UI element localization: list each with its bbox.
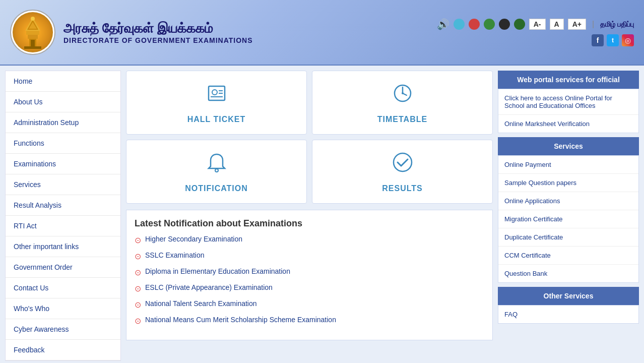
service-link[interactable]: Online Payment: [498, 156, 638, 174]
title-english: DIRECTORATE OF GOVERNMENT EXAMINATIONS: [63, 36, 253, 44]
notification-item: ⊙National Means Cum Merit Scholarship Sc…: [135, 316, 484, 326]
results-label: RESULTS: [382, 184, 422, 193]
color-btn-darkgreen[interactable]: [514, 19, 525, 30]
sidebar-item-contact-us[interactable]: Contact Us: [6, 278, 120, 298]
color-btn-green[interactable]: [484, 19, 495, 30]
sidebar-item-administration-setup[interactable]: Administration Setup: [6, 112, 120, 133]
notification-link[interactable]: National Means Cum Merit Scholarship Sch…: [145, 316, 336, 324]
notifications-title: Latest Notification about Examinations: [135, 218, 484, 229]
notification-item: ⊙SSLC Examination: [135, 251, 484, 261]
notification-label: NOTIFICATION: [185, 184, 248, 193]
instagram-icon[interactable]: ◎: [622, 34, 634, 46]
sidebar-item-cyber-awareness[interactable]: Cyber Awareness: [6, 319, 120, 340]
sidebar-item-whos-who[interactable]: Who's Who: [6, 298, 120, 319]
notification-item: ⊙Higher Secondary Examination: [135, 235, 484, 245]
svg-rect-6: [31, 40, 35, 47]
svg-rect-2: [26, 31, 39, 35]
notification-icon: [205, 150, 229, 179]
title-tamil: அரசுத் தேர்வுகள் இயக்ககம்: [63, 21, 253, 36]
font-small-button[interactable]: A-: [529, 19, 546, 30]
sidebar-item-services[interactable]: Services: [6, 174, 120, 195]
right-panel: Web portal services for official Click h…: [498, 71, 639, 361]
header-left: அரசுத் தேர்வுகள் இயக்ககம் DIRECTORATE OF…: [10, 10, 253, 55]
svg-rect-8: [24, 46, 41, 49]
card-timetable[interactable]: TIMETABLE: [312, 71, 493, 135]
notification-link[interactable]: National Talent Search Examination: [145, 299, 257, 308]
facebook-icon[interactable]: f: [592, 34, 604, 46]
service-link[interactable]: Migration Certificate: [498, 210, 638, 228]
sidebar-item-home[interactable]: Home: [6, 71, 120, 92]
font-large-button[interactable]: A+: [568, 19, 586, 30]
color-btn-black[interactable]: [499, 19, 510, 30]
notification-item: ⊙Diploma in Elementary Education Examina…: [135, 267, 484, 277]
sidebar: HomeAbout UsAdministration SetupFunction…: [5, 71, 121, 361]
sidebar-item-feedback[interactable]: Feedback: [6, 340, 120, 360]
svg-rect-11: [219, 90, 223, 91]
notification-link[interactable]: Higher Secondary Examination: [145, 235, 242, 243]
svg-point-18: [215, 169, 218, 172]
hall-ticket-label: HALL TICKET: [187, 115, 246, 124]
sidebar-item-result-analysis[interactable]: Result Analysis: [6, 195, 120, 216]
timetable-icon: [391, 81, 415, 110]
web-portal-body: Click here to access Online Portal for S…: [498, 89, 639, 133]
notification-item: ⊙ESLC (Private Appearance) Examination: [135, 283, 484, 293]
notification-link[interactable]: Diploma in Elementary Education Examinat…: [145, 267, 290, 275]
header-right: 🔊 A- A A+ | தமிழ் பதிப்பு f t ◎: [437, 18, 634, 46]
web-portal-link[interactable]: Online Marksheet Verification: [498, 115, 638, 133]
card-results[interactable]: RESULTS: [312, 140, 493, 204]
other-services-body: FAQ: [498, 305, 639, 324]
color-btn-blue[interactable]: [454, 19, 465, 30]
services-body: Online PaymentSample Question papersOnli…: [498, 155, 639, 283]
service-link[interactable]: Sample Question papers: [498, 174, 638, 192]
tamil-print-link[interactable]: தமிழ் பதிப்பு: [600, 20, 634, 29]
svg-point-19: [394, 153, 412, 171]
header-controls: 🔊 A- A A+ | தமிழ் பதிப்பு: [437, 18, 634, 30]
notification-link[interactable]: SSLC Examination: [145, 251, 205, 259]
main-container: HomeAbout UsAdministration SetupFunction…: [0, 66, 644, 363]
service-link[interactable]: Question Bank: [498, 265, 638, 282]
logo-emblem: [13, 12, 53, 52]
notification-bullet-icon: ⊙: [135, 252, 141, 261]
other-services-header: Other Services: [498, 287, 639, 305]
other-services-widget: Other Services FAQ: [498, 287, 639, 326]
services-header: Services: [498, 137, 639, 155]
timetable-label: TIMETABLE: [377, 115, 427, 124]
svg-rect-13: [211, 96, 223, 97]
notification-bullet-icon: ⊙: [135, 316, 141, 326]
card-hall-ticket[interactable]: HALL TICKET: [126, 71, 307, 135]
notification-bullet-icon: ⊙: [135, 284, 141, 293]
color-btn-red[interactable]: [469, 19, 480, 30]
service-link[interactable]: Duplicate Certificate: [498, 228, 638, 247]
service-link[interactable]: CCM Certificate: [498, 247, 638, 265]
sound-icon[interactable]: 🔊: [437, 18, 449, 30]
sidebar-item-about-us[interactable]: About Us: [6, 92, 120, 112]
web-portal-header: Web portal services for official: [498, 71, 639, 89]
twitter-icon[interactable]: t: [607, 34, 619, 46]
results-icon: [391, 150, 415, 179]
notifications-list: ⊙Higher Secondary Examination⊙SSLC Exami…: [135, 235, 484, 326]
font-normal-button[interactable]: A: [550, 19, 564, 30]
sidebar-item-other-important-links[interactable]: Other important links: [6, 236, 120, 257]
svg-point-17: [402, 92, 404, 94]
notifications-section: Latest Notification about Examinations ⊙…: [126, 210, 493, 340]
sidebar-item-functions[interactable]: Functions: [6, 133, 120, 154]
other-service-link[interactable]: FAQ: [498, 306, 638, 323]
center-content: HALL TICKETTIMETABLENOTIFICATIONRESULTS …: [126, 71, 493, 361]
web-portal-link[interactable]: Click here to access Online Portal for S…: [498, 89, 638, 115]
sidebar-item-government-order[interactable]: Government Order: [6, 257, 120, 278]
notification-bullet-icon: ⊙: [135, 300, 141, 310]
card-notification[interactable]: NOTIFICATION: [126, 140, 307, 204]
header: அரசுத் தேர்வுகள் இயக்ககம் DIRECTORATE OF…: [0, 0, 644, 66]
hall-ticket-icon: [205, 81, 229, 110]
services-widget: Services Online PaymentSample Question p…: [498, 137, 639, 285]
sidebar-item-rti-act[interactable]: RTI Act: [6, 216, 120, 236]
notification-link[interactable]: ESLC (Private Appearance) Examination: [145, 283, 273, 291]
svg-rect-12: [219, 93, 223, 94]
notification-item: ⊙National Talent Search Examination: [135, 299, 484, 310]
notification-bullet-icon: ⊙: [135, 235, 141, 245]
header-title: அரசுத் தேர்வுகள் இயக்ககம் DIRECTORATE OF…: [63, 21, 253, 44]
service-link[interactable]: Online Applications: [498, 192, 638, 210]
svg-point-7: [31, 17, 35, 21]
svg-point-10: [212, 90, 217, 95]
sidebar-item-examinations[interactable]: Examinations: [6, 154, 120, 174]
